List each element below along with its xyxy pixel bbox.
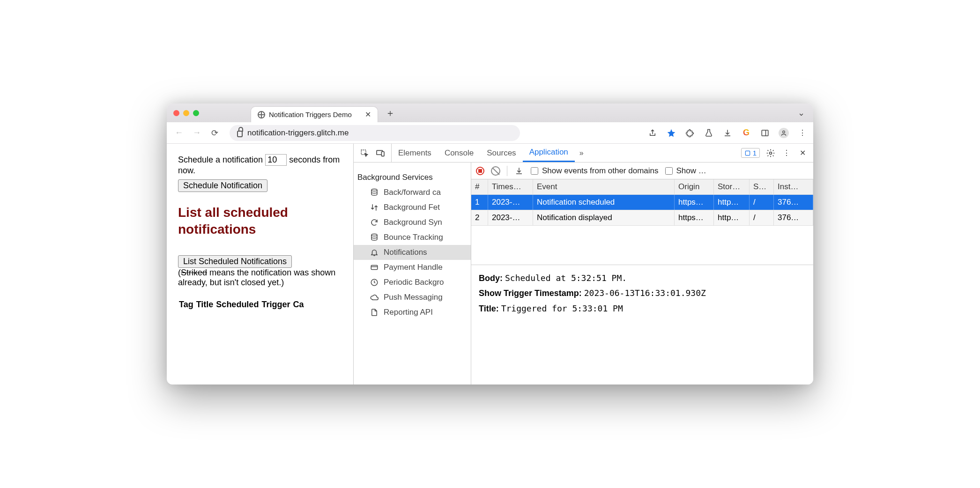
devtools-menu-icon[interactable]: ⋮ [781, 148, 792, 158]
tab-console[interactable]: Console [438, 144, 480, 162]
page-heading: List all scheduled notifications [178, 204, 342, 238]
sidebar-item-bounce-tracking[interactable]: Bounce Tracking [354, 230, 471, 245]
browser-tab[interactable]: Notification Triggers Demo ✕ [251, 106, 378, 122]
schedule-notification-button[interactable]: Schedule Notification [178, 179, 267, 192]
show-more-checkbox[interactable]: Show … [665, 166, 706, 176]
new-tab-button[interactable]: ＋ [384, 106, 397, 119]
issues-badge[interactable]: 1 [741, 148, 760, 158]
svg-rect-6 [745, 151, 750, 155]
detail-title-label: Title: [479, 304, 499, 313]
event-details: Body: Scheduled at 5:32:51 PM. Show Trig… [471, 265, 813, 322]
devtools-panel: Elements Console Sources Application » 1… [353, 144, 813, 384]
col-origin[interactable]: Origin [675, 179, 714, 194]
col-number[interactable]: # [471, 179, 488, 194]
svg-rect-0 [762, 130, 768, 136]
side-panel-icon[interactable] [760, 128, 770, 138]
forward-button[interactable]: → [190, 126, 203, 140]
table-blank-area [471, 226, 813, 265]
sidebar-item-periodic-background[interactable]: Periodic Backgro [354, 275, 471, 290]
toolbar-icons: G ⋮ [647, 128, 808, 138]
content-area: Schedule a notification seconds from now… [167, 144, 813, 384]
maximize-window-button[interactable] [193, 110, 199, 116]
profile-avatar-icon[interactable] [779, 128, 789, 138]
navbar: ← → ⟳ notification-triggers.glitch.me G … [167, 122, 813, 144]
col-event[interactable]: Event [533, 179, 675, 194]
sidebar-item-background-fetch[interactable]: Background Fet [354, 200, 471, 215]
note-text: (Striked means the notification was show… [178, 268, 342, 288]
close-window-button[interactable] [173, 110, 179, 116]
record-button[interactable] [476, 167, 484, 175]
google-icon[interactable]: G [741, 128, 751, 138]
lock-icon [237, 131, 243, 137]
settings-gear-icon[interactable] [765, 148, 776, 158]
events-toolbar: Show events from other domains Show … [471, 163, 813, 179]
table-row[interactable]: 1 2023-… Notification scheduled https… h… [471, 195, 813, 210]
application-sidebar: Background Services Back/forward ca Back… [354, 163, 471, 384]
col-scope[interactable]: S… [750, 179, 774, 194]
tabs-dropdown-icon[interactable]: ⌄ [798, 108, 805, 118]
page-content: Schedule a notification seconds from now… [167, 144, 353, 384]
titlebar: Notification Triggers Demo ✕ ＋ ⌄ [167, 104, 813, 122]
sidebar-item-back-forward-cache[interactable]: Back/forward ca [354, 185, 471, 200]
events-table: # Times… Event Origin Stor… S… Inst… 1 2… [471, 179, 813, 265]
extensions-icon[interactable] [685, 128, 695, 138]
table-header-row: # Times… Event Origin Stor… S… Inst… [471, 179, 813, 195]
sidebar-item-reporting-api[interactable]: Reporting API [354, 305, 471, 320]
document-icon [370, 308, 379, 317]
close-tab-button[interactable]: ✕ [365, 110, 371, 119]
col-timestamp[interactable]: Times… [488, 179, 533, 194]
detail-trigger-label: Show Trigger Timestamp: [479, 288, 582, 298]
sidebar-section-title: Background Services [354, 170, 471, 185]
events-panel: Show events from other domains Show … # … [471, 163, 813, 384]
swap-icon [370, 203, 379, 212]
devtools-tabbar: Elements Console Sources Application » 1… [354, 144, 813, 163]
chrome-menu-icon[interactable]: ⋮ [797, 128, 808, 138]
url-text: notification-triggers.glitch.me [247, 128, 349, 138]
table-row[interactable]: 2 2023-… Notification displayed https… h… [471, 210, 813, 226]
cloud-icon [370, 293, 379, 302]
svg-point-8 [371, 189, 377, 192]
download-icon[interactable] [514, 166, 524, 176]
bookmark-star-icon[interactable] [666, 128, 676, 138]
browser-window: Notification Triggers Demo ✕ ＋ ⌄ ← → ⟳ n… [167, 104, 813, 384]
database-icon [370, 188, 379, 197]
list-notifications-button[interactable]: List Scheduled Notifications [178, 255, 292, 268]
card-icon [370, 263, 379, 272]
svg-point-7 [770, 152, 772, 154]
detail-trigger-value: 2023-06-13T16:33:01.930Z [584, 288, 706, 298]
sidebar-item-payment-handler[interactable]: Payment Handle [354, 260, 471, 275]
sidebar-item-push-messaging[interactable]: Push Messaging [354, 290, 471, 305]
share-icon[interactable] [647, 128, 658, 138]
clear-button[interactable] [491, 166, 500, 176]
tab-sources[interactable]: Sources [480, 144, 522, 162]
detail-body-value: Scheduled at 5:32:51 PM. [505, 273, 627, 283]
devtools-content: Background Services Back/forward ca Back… [354, 163, 813, 384]
labs-flask-icon[interactable] [704, 128, 714, 138]
tabs-more-icon[interactable]: » [575, 149, 588, 157]
seconds-input[interactable] [265, 154, 287, 166]
clock-icon [370, 278, 379, 287]
reload-button[interactable]: ⟳ [208, 126, 221, 140]
show-other-domains-checkbox[interactable]: Show events from other domains [531, 166, 659, 176]
globe-icon [258, 111, 265, 118]
detail-body-label: Body: [479, 274, 503, 283]
downloads-icon[interactable] [722, 128, 733, 138]
tab-application[interactable]: Application [523, 144, 575, 162]
sidebar-item-background-sync[interactable]: Background Syn [354, 215, 471, 230]
col-storage[interactable]: Stor… [714, 179, 750, 194]
detail-title-value: Triggered for 5:33:01 PM [501, 303, 623, 313]
inspect-icon[interactable] [359, 148, 370, 158]
tab-elements[interactable]: Elements [392, 144, 438, 162]
device-toolbar-icon[interactable] [375, 148, 386, 158]
address-bar[interactable]: notification-triggers.glitch.me [230, 125, 520, 141]
devtools-close-icon[interactable]: ✕ [797, 148, 808, 158]
back-button[interactable]: ← [172, 126, 186, 140]
window-controls [173, 110, 199, 116]
sidebar-item-notifications[interactable]: Notifications [354, 245, 471, 260]
minimize-window-button[interactable] [183, 110, 189, 116]
database-icon [370, 233, 379, 242]
page-table-header: Tag Title Scheduled Trigger Ca [178, 300, 342, 310]
svg-rect-10 [371, 266, 378, 270]
svg-rect-5 [381, 151, 384, 156]
col-instance[interactable]: Inst… [774, 179, 813, 194]
